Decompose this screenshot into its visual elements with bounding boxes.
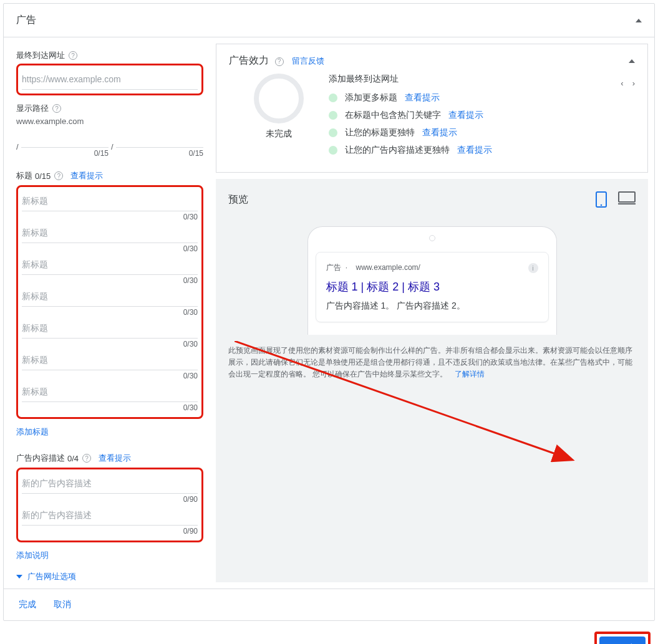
ad-url: www.example.com/ [356,263,420,272]
headline-counter: 0/30 [22,308,198,317]
ad-headline: 标题 1 | 标题 2 | 标题 3 [326,279,538,294]
display-path-domain: www.example.com [16,117,203,126]
path2-input[interactable] [116,127,203,148]
collapse-icon[interactable] [636,19,642,22]
add-headline-link[interactable]: 添加标题 [16,426,203,438]
suggestion-item: 让您的标题更独特 查看提示 [329,127,635,138]
done-button[interactable]: 完成 [19,599,36,610]
headline-counter: 0/30 [22,403,198,412]
path2-counter: 0/15 [116,149,203,158]
headline-input[interactable] [22,223,198,243]
headline-counter: 0/30 [22,244,198,253]
suggestion-link[interactable]: 查看提示 [422,127,457,138]
highlight-final-url [16,64,203,95]
ad-strength-title: 广告效力 [229,55,269,65]
headline-counter: 0/30 [22,372,198,380]
headline-input[interactable] [22,191,198,211]
suggestion-prev-icon[interactable]: ‹ [621,79,623,88]
learn-more-link[interactable]: 了解详情 [455,370,485,378]
headline-input[interactable] [22,318,198,339]
current-suggestion: 添加最终到达网址 [329,74,399,85]
headline-counter: 0/30 [22,213,198,221]
path1-input[interactable] [21,127,109,148]
status-dot-icon [329,146,337,155]
phone-preview: 广告 · www.example.com/ i 标题 1 | 标题 2 | 标题… [307,226,557,335]
collapse-icon[interactable] [629,59,635,63]
ad-badge: 广告 [326,263,341,272]
status-dot-icon [329,111,337,120]
mobile-icon[interactable] [596,191,607,208]
highlight-next-button: 下一步 [594,632,651,644]
strength-status: 未完成 [266,128,292,140]
cancel-button[interactable]: 取消 [54,599,71,610]
suggestion-next-icon[interactable]: › [632,79,635,88]
svg-point-1 [601,204,602,206]
preview-title: 预览 [228,193,248,206]
suggestion-item: 让您的广告内容描述更独特 查看提示 [329,145,635,156]
suggestion-link[interactable]: 查看提示 [405,92,440,103]
url-options-toggle[interactable]: 广告网址选项 [16,571,203,582]
highlight-descriptions: 0/90 0/90 [16,468,203,542]
descriptions-label: 广告内容描述 0/4 ? 查看提示 [16,453,203,464]
status-dot-icon [329,128,337,137]
headline-input[interactable] [22,254,198,275]
descriptions-hint-link[interactable]: 查看提示 [99,453,131,464]
highlight-headlines: 0/30 0/30 0/30 0/30 0/30 0/30 0/30 [16,185,203,419]
headlines-hint-link[interactable]: 查看提示 [70,170,103,181]
final-url-label: 最终到达网址 ? [16,50,203,61]
help-icon[interactable]: ? [82,454,91,463]
next-button[interactable]: 下一步 [599,637,646,644]
suggestion-item: 添加更多标题 查看提示 [329,92,635,103]
description-counter: 0/90 [22,527,198,536]
description-counter: 0/90 [22,495,198,504]
status-dot-icon [329,94,337,102]
suggestion-link[interactable]: 查看提示 [448,110,483,121]
help-icon[interactable]: ? [54,171,63,180]
ad-description: 广告内容描述 1。 广告内容描述 2。 [326,300,538,312]
display-path-label: 显示路径 ? [16,103,203,114]
headline-counter: 0/30 [22,340,198,348]
headline-input[interactable] [22,382,198,402]
strength-meter [254,74,304,123]
help-icon[interactable]: ? [52,104,61,113]
svg-rect-2 [619,192,635,202]
feedback-link[interactable]: 留言反馈 [292,56,324,65]
path1-counter: 0/15 [21,149,109,158]
svg-rect-3 [618,203,636,204]
info-icon[interactable]: i [528,263,538,273]
description-input[interactable] [22,473,198,494]
description-input[interactable] [22,505,198,526]
headline-counter: 0/30 [22,276,198,285]
add-description-link[interactable]: 添加说明 [16,550,203,561]
chevron-down-icon [16,575,22,579]
preview-disclaimer: 此预览画面展现了使用您的素材资源可能会制作出什么样的广告。并非所有组合都会显示出… [228,345,636,381]
headlines-label: 标题 0/15 ? 查看提示 [16,170,203,181]
card-title: 广告 [16,14,36,27]
headline-input[interactable] [22,350,198,370]
help-icon[interactable]: ? [69,51,77,60]
final-url-input[interactable] [22,69,198,90]
suggestion-item: 在标题中包含热门关键字 查看提示 [329,110,635,121]
suggestion-link[interactable]: 查看提示 [457,145,492,156]
headline-input[interactable] [22,286,198,307]
help-icon[interactable]: ? [275,57,284,66]
desktop-icon[interactable] [618,191,636,205]
